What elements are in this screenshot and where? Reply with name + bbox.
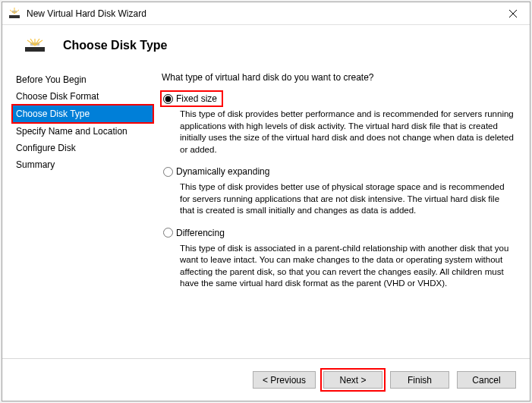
window-title: New Virtual Hard Disk Wizard <box>27 8 496 19</box>
step-choose-disk-format[interactable]: Choose Disk Format <box>13 89 153 104</box>
cancel-button[interactable]: Cancel <box>457 371 516 389</box>
disk-icon <box>25 39 45 52</box>
step-specify-name-location[interactable]: Specify Name and Location <box>13 124 153 139</box>
label-differencing[interactable]: Differencing <box>176 228 225 238</box>
desc-dynamically-expanding: This type of disk provides better use of… <box>180 181 516 217</box>
question-text: What type of virtual hard disk do you wa… <box>162 72 516 83</box>
content: What type of virtual hard disk do you wa… <box>153 69 519 358</box>
page-title: Choose Disk Type <box>63 39 168 52</box>
radio-fixed-size[interactable] <box>163 94 173 104</box>
finish-button[interactable]: Finish <box>390 371 449 389</box>
svg-rect-7 <box>25 47 45 52</box>
footer: < Previous Next > Finish Cancel <box>2 358 530 401</box>
radio-differencing[interactable] <box>163 228 173 238</box>
option-fixed-size: Fixed size This type of disk provides be… <box>162 92 516 156</box>
option-differencing: Differencing This type of disk is associ… <box>162 226 516 290</box>
sidebar: Before You Begin Choose Disk Format Choo… <box>13 69 153 358</box>
label-fixed-size[interactable]: Fixed size <box>176 93 217 104</box>
radio-dynamically-expanding[interactable] <box>163 167 173 177</box>
body: Before You Begin Choose Disk Format Choo… <box>2 69 530 358</box>
close-button[interactable] <box>496 2 530 25</box>
step-before-you-begin[interactable]: Before You Begin <box>13 72 153 87</box>
step-configure-disk[interactable]: Configure Disk <box>13 140 153 156</box>
desc-differencing: This type of disk is associated in a par… <box>180 243 516 290</box>
svg-rect-0 <box>9 15 20 18</box>
option-dynamically-expanding: Dynamically expanding This type of disk … <box>162 165 516 217</box>
step-choose-disk-type[interactable]: Choose Disk Type <box>13 105 153 122</box>
label-dynamically-expanding[interactable]: Dynamically expanding <box>176 166 269 177</box>
next-button[interactable]: Next > <box>323 371 382 389</box>
previous-button[interactable]: < Previous <box>253 371 316 389</box>
desc-fixed-size: This type of disk provides better perfor… <box>180 109 516 156</box>
wizard-window: New Virtual Hard Disk Wizard Choose Disk… <box>2 2 530 401</box>
header: Choose Disk Type <box>2 25 530 69</box>
step-summary[interactable]: Summary <box>13 157 153 172</box>
titlebar: New Virtual Hard Disk Wizard <box>2 2 530 25</box>
app-icon <box>8 8 20 20</box>
